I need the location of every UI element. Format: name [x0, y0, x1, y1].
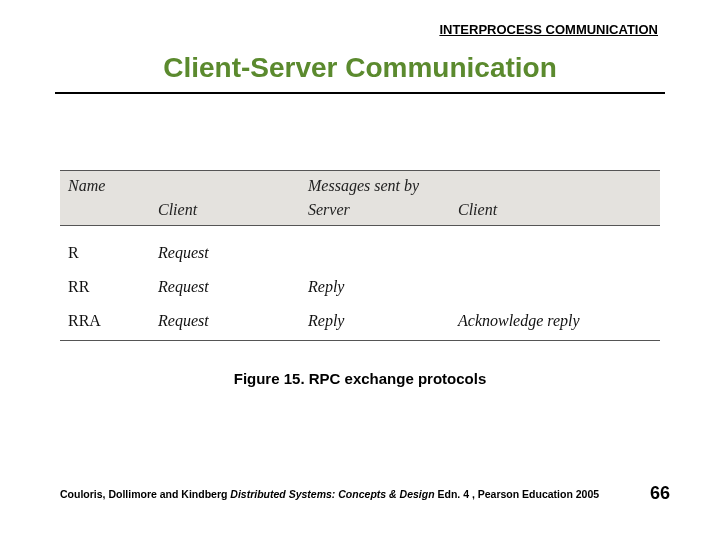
header-empty: [150, 171, 300, 200]
slide-title: Client-Server Communication: [0, 52, 720, 84]
header-messages: Messages sent by: [300, 171, 450, 200]
table-header-row: Name Messages sent by: [60, 171, 660, 200]
table-row: RRA Request Reply Acknowledge reply: [60, 304, 660, 338]
subheader-client: Client: [150, 199, 300, 226]
protocol-table: Name Messages sent by Client Server Clie…: [60, 170, 660, 341]
cell-server: Reply: [300, 304, 450, 338]
citation-authors: Couloris, Dollimore and Kindberg: [60, 488, 230, 500]
section-header: INTERPROCESS COMMUNICATION: [439, 22, 658, 37]
header-name: Name: [60, 171, 150, 200]
table-subheader-row: Client Server Client: [60, 199, 660, 226]
citation-title: Distributed Systems: Concepts & Design: [230, 488, 434, 500]
cell-client2: Acknowledge reply: [450, 304, 660, 338]
header-empty2: [450, 171, 660, 200]
cell-name: R: [60, 236, 150, 270]
cell-client2: [450, 270, 660, 304]
page-number: 66: [650, 483, 670, 504]
subheader-client2: Client: [450, 199, 660, 226]
subheader-empty: [60, 199, 150, 226]
table-row: RR Request Reply: [60, 270, 660, 304]
citation: Couloris, Dollimore and Kindberg Distrib…: [60, 488, 599, 500]
title-underline: [55, 92, 665, 94]
citation-rest: Edn. 4 , Pearson Education 2005: [437, 488, 599, 500]
cell-server: Reply: [300, 270, 450, 304]
cell-client: Request: [150, 236, 300, 270]
cell-client: Request: [150, 304, 300, 338]
figure-caption: Figure 15. RPC exchange protocols: [0, 370, 720, 387]
cell-client: Request: [150, 270, 300, 304]
subheader-server: Server: [300, 199, 450, 226]
cell-client2: [450, 236, 660, 270]
cell-server: [300, 236, 450, 270]
cell-name: RRA: [60, 304, 150, 338]
cell-name: RR: [60, 270, 150, 304]
table-row: R Request: [60, 236, 660, 270]
